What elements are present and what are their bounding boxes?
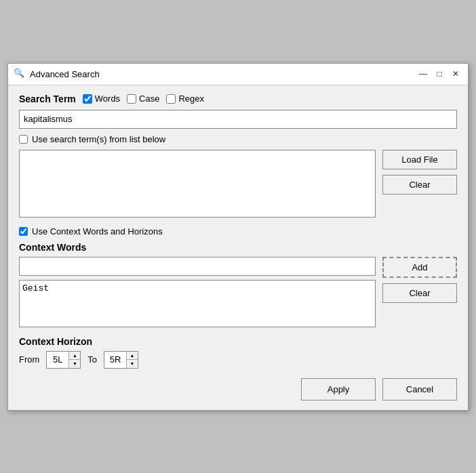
file-list-textarea[interactable] [19, 150, 376, 218]
dialog-content: Search Term Words Case Regex Use search … [8, 85, 468, 410]
context-horizon-label: Context Horizon [19, 336, 457, 347]
action-buttons-row: Apply Cancel [19, 378, 457, 400]
words-checkbox[interactable] [83, 94, 92, 104]
from-input[interactable] [47, 352, 68, 368]
to-down-arrow[interactable]: ▼ [127, 359, 138, 368]
use-context-label[interactable]: Use Context Words and Horizons [32, 226, 163, 236]
search-term-row: Search Term Words Case Regex [19, 94, 457, 104]
from-label: From [19, 354, 39, 365]
load-file-button[interactable]: Load File [382, 150, 457, 169]
to-input[interactable] [104, 352, 126, 368]
clear-file-button[interactable]: Clear [382, 175, 457, 194]
context-buttons-col: Add Clear [382, 257, 457, 329]
regex-checkbox[interactable] [166, 94, 176, 104]
close-button[interactable]: ✕ [449, 67, 462, 81]
case-label[interactable]: Case [139, 94, 159, 104]
context-horizon-row: From ▲ ▼ To ▲ ▼ [19, 351, 457, 369]
words-checkbox-group: Words [83, 94, 120, 104]
words-label[interactable]: Words [95, 94, 120, 104]
from-down-arrow[interactable]: ▼ [69, 359, 80, 368]
file-buttons-col: Load File Clear [382, 150, 457, 220]
to-spinner: ▲ ▼ [104, 351, 138, 369]
case-checkbox-group: Case [127, 94, 159, 104]
use-context-checkbox[interactable] [19, 227, 28, 236]
use-context-row: Use Context Words and Horizons [19, 226, 457, 236]
maximize-button[interactable]: □ [433, 67, 446, 81]
window-icon: 🔍 [14, 68, 26, 80]
context-words-section: Geist Add Clear [19, 257, 457, 329]
title-bar: 🔍 Advanced Search — □ ✕ [8, 64, 468, 85]
title-bar-controls: — □ ✕ [416, 67, 462, 81]
main-window: 🔍 Advanced Search — □ ✕ Search Term Word… [7, 63, 469, 411]
use-search-term-row: Use search term(s) from list below [19, 134, 457, 144]
minimize-button[interactable]: — [416, 67, 430, 81]
use-search-term-label[interactable]: Use search term(s) from list below [32, 134, 165, 144]
search-term-label: Search Term [19, 94, 76, 104]
from-up-arrow[interactable]: ▲ [69, 352, 80, 360]
use-search-term-checkbox[interactable] [19, 135, 28, 144]
regex-checkbox-group: Regex [166, 94, 204, 104]
context-words-textarea-col: Geist [19, 257, 376, 329]
to-arrows: ▲ ▼ [126, 352, 138, 368]
window-title: Advanced Search [30, 69, 412, 79]
file-list-section: Load File Clear [19, 150, 457, 220]
context-words-input[interactable] [19, 257, 376, 276]
to-up-arrow[interactable]: ▲ [127, 352, 138, 360]
add-button[interactable]: Add [382, 257, 457, 278]
to-label: To [87, 354, 97, 365]
apply-button[interactable]: Apply [301, 378, 376, 400]
from-spinner: ▲ ▼ [46, 351, 81, 369]
context-words-list[interactable]: Geist [19, 280, 376, 327]
cancel-button[interactable]: Cancel [382, 378, 457, 400]
search-input[interactable] [19, 110, 457, 129]
file-list-textarea-col [19, 150, 376, 220]
from-arrows: ▲ ▼ [68, 352, 80, 368]
regex-label[interactable]: Regex [178, 94, 204, 104]
clear-context-button[interactable]: Clear [382, 283, 457, 303]
case-checkbox[interactable] [127, 94, 136, 104]
context-words-label: Context Words [19, 242, 457, 253]
